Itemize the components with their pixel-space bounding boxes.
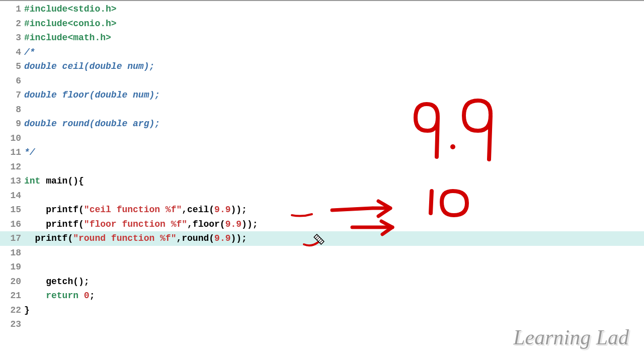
line-number: 19	[0, 262, 24, 272]
code-line[interactable]: 15 printf("ceil function %f",ceil(9.9));	[0, 203, 644, 217]
line-number: 6	[0, 76, 24, 86]
line-number: 16	[0, 219, 24, 229]
code-content[interactable]: #include<stdio.h>	[24, 4, 644, 14]
code-line[interactable]: 21 return 0;	[0, 289, 644, 303]
code-line[interactable]: 22}	[0, 303, 644, 318]
code-content[interactable]: }	[24, 305, 644, 315]
line-number: 10	[0, 133, 24, 143]
line-number: 21	[0, 291, 24, 301]
line-number: 22	[0, 305, 24, 315]
code-content[interactable]: printf("round function %f",round(9.9));	[24, 233, 644, 243]
line-number: 5	[0, 61, 24, 71]
line-number: 9	[0, 119, 24, 129]
code-line[interactable]: 5double ceil(double num);	[0, 59, 644, 74]
code-line[interactable]: 3#include<math.h>	[0, 31, 644, 45]
code-line[interactable]: 14	[0, 189, 644, 203]
code-line[interactable]: 4/*	[0, 45, 644, 60]
line-number: 14	[0, 191, 24, 201]
line-number: 1	[0, 4, 24, 14]
code-content[interactable]: double ceil(double num);	[24, 61, 644, 71]
code-content[interactable]: double round(double arg);	[24, 119, 644, 129]
code-line[interactable]: 12	[0, 160, 644, 174]
line-number: 11	[0, 147, 24, 157]
eraser-cursor-icon	[311, 231, 327, 247]
line-number: 18	[0, 248, 24, 258]
code-line[interactable]: 7double floor(double num);	[0, 88, 644, 103]
code-content[interactable]: #include<math.h>	[24, 33, 644, 43]
line-number: 8	[0, 105, 24, 115]
code-line[interactable]: 1#include<stdio.h>	[0, 2, 644, 17]
code-content[interactable]: */	[24, 147, 644, 157]
line-number: 2	[0, 19, 24, 29]
line-number: 7	[0, 90, 24, 100]
code-line[interactable]: 2#include<conio.h>	[0, 17, 644, 31]
code-content[interactable]: int main(){	[24, 176, 644, 186]
line-number: 20	[0, 277, 24, 287]
code-line[interactable]: 13int main(){	[0, 174, 644, 189]
code-content[interactable]: printf("ceil function %f",ceil(9.9));	[24, 205, 644, 215]
code-content[interactable]: printf("floor function %f",floor(9.9));	[24, 219, 644, 229]
code-line[interactable]: 19	[0, 260, 644, 275]
line-number: 17	[0, 233, 24, 243]
code-line[interactable]: 16 printf("floor function %f",floor(9.9)…	[0, 217, 644, 232]
svg-rect-1	[314, 234, 324, 244]
line-number: 13	[0, 176, 24, 186]
code-content[interactable]: getch();	[24, 277, 644, 287]
code-line[interactable]: 10	[0, 131, 644, 146]
code-editor[interactable]: 1#include<stdio.h>2#include<conio.h>3#in…	[0, 1, 644, 332]
line-number: 3	[0, 33, 24, 43]
code-line[interactable]: 18	[0, 246, 644, 260]
line-number: 4	[0, 47, 24, 57]
code-line[interactable]: 20 getch();	[0, 275, 644, 289]
code-content[interactable]: #include<conio.h>	[24, 19, 644, 29]
code-line[interactable]: 6	[0, 74, 644, 88]
watermark: Learning Lad	[513, 325, 629, 349]
code-line[interactable]: 9double round(double arg);	[0, 117, 644, 131]
line-number: 23	[0, 319, 24, 329]
code-line[interactable]: 8	[0, 103, 644, 117]
line-number: 12	[0, 162, 24, 172]
code-line[interactable]: 11*/	[0, 145, 644, 160]
code-content[interactable]: return 0;	[24, 291, 644, 301]
code-content[interactable]: double floor(double num);	[24, 90, 644, 100]
line-number: 15	[0, 205, 24, 215]
code-content[interactable]: /*	[24, 47, 644, 57]
